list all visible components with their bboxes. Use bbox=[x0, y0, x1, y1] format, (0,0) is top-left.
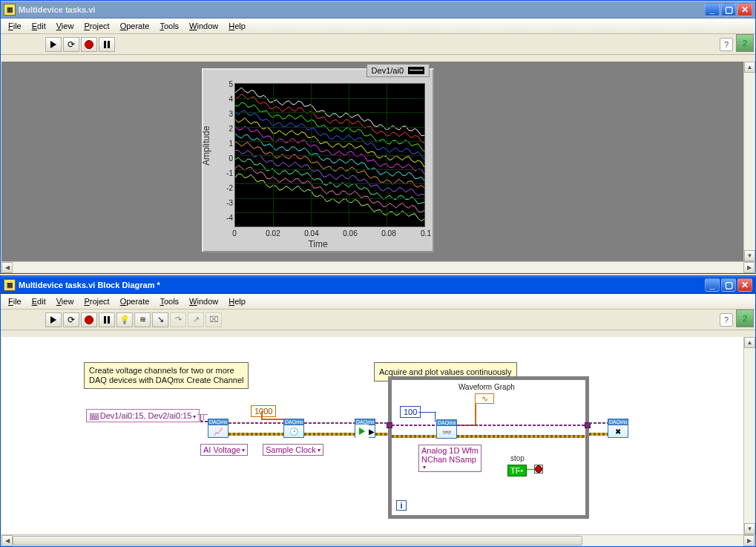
menu-help[interactable]: Help bbox=[224, 20, 250, 32]
bd-menu-project[interactable]: Project bbox=[79, 295, 114, 307]
wire bbox=[392, 435, 436, 438]
daqmx-start-task-node[interactable]: DAQmx ▶ bbox=[355, 419, 375, 438]
rate-constant[interactable]: 1000 bbox=[251, 405, 276, 417]
fp-maximize-button[interactable]: ▢ bbox=[721, 3, 736, 16]
front-panel-area[interactable]: Dev1/ai0 Amplitude Time 5 4 3 2 1 0 -1 -… bbox=[1, 62, 755, 261]
hscroll-thumb[interactable] bbox=[13, 536, 582, 546]
timing-icon: 🕑 bbox=[284, 425, 303, 437]
daqmx-timing-node[interactable]: DAQmx 🕑 bbox=[283, 419, 304, 438]
daqmx-read-node[interactable]: DAQmx 👓 bbox=[436, 419, 457, 439]
bd-maximize-button[interactable]: ▢ bbox=[721, 278, 736, 292]
menu-tools[interactable]: Tools bbox=[155, 20, 183, 32]
bd-run-button[interactable] bbox=[45, 312, 62, 327]
bd-close-button[interactable]: ✕ bbox=[737, 278, 752, 292]
vscroll-track[interactable] bbox=[744, 73, 755, 250]
loop-condition-terminal[interactable] bbox=[534, 465, 543, 474]
waveform-graph-terminal[interactable] bbox=[475, 393, 494, 404]
graph-plot-area[interactable] bbox=[234, 83, 425, 227]
scroll-down-icon[interactable]: ▼ bbox=[744, 250, 755, 261]
bd-vi-icon[interactable]: 2 bbox=[736, 309, 754, 327]
menu-file[interactable]: File bbox=[4, 20, 26, 32]
retain-wire-button[interactable]: ≋ bbox=[134, 312, 151, 327]
bd-menu-tools[interactable]: Tools bbox=[155, 295, 183, 307]
ytick: 5 bbox=[223, 80, 233, 88]
menu-project[interactable]: Project bbox=[79, 20, 114, 32]
iteration-terminal[interactable]: i bbox=[396, 500, 407, 511]
vscroll-track[interactable] bbox=[744, 348, 755, 523]
wire bbox=[527, 469, 534, 470]
graph-legend[interactable]: Dev1/ai0 bbox=[367, 64, 430, 77]
step-over-button[interactable]: ↷ bbox=[170, 312, 186, 327]
bd-menu-help[interactable]: Help bbox=[224, 295, 250, 307]
physical-channels-constant[interactable]: Dev1/ai0:15, Dev2/ai0:15▾ bbox=[86, 409, 200, 422]
timing-polymorphic-selector[interactable]: Sample Clock bbox=[263, 444, 323, 456]
daqmx-create-channel-node[interactable]: DAQmx 📈 bbox=[208, 419, 229, 438]
fp-close-button[interactable]: ✕ bbox=[737, 3, 752, 16]
abort-button[interactable] bbox=[81, 37, 97, 52]
vi-icon[interactable]: 2 bbox=[736, 34, 754, 52]
poly-label: NChan NSamp bbox=[421, 455, 476, 464]
scroll-up-icon[interactable]: ▲ bbox=[744, 337, 755, 348]
run-continuous-button[interactable]: ⟳ bbox=[63, 37, 79, 52]
scroll-right-icon[interactable]: ▶ bbox=[743, 262, 755, 273]
pause-button[interactable] bbox=[99, 37, 115, 52]
bd-pause-button[interactable] bbox=[99, 312, 115, 327]
menu-view[interactable]: View bbox=[52, 20, 79, 32]
wire bbox=[392, 425, 436, 426]
comment-create-channels[interactable]: Create voltage channels for two or more … bbox=[84, 362, 249, 389]
comment-line: Create voltage channels for two or more bbox=[89, 366, 243, 376]
ytick: 0 bbox=[223, 154, 233, 163]
run-button[interactable] bbox=[45, 37, 62, 52]
bd-menu-view[interactable]: View bbox=[52, 295, 79, 307]
step-into-button[interactable]: ↘ bbox=[152, 312, 168, 327]
xtick: 0.02 bbox=[266, 229, 280, 238]
fp-vscrollbar[interactable]: ▲ ▼ bbox=[743, 62, 755, 261]
xtick: 0.04 bbox=[304, 229, 318, 238]
scroll-left-icon[interactable]: ◀ bbox=[1, 535, 13, 546]
menu-window[interactable]: Window bbox=[185, 20, 223, 32]
stop-button-terminal[interactable]: TF bbox=[507, 465, 527, 476]
waveform-graph[interactable]: Dev1/ai0 Amplitude Time 5 4 3 2 1 0 -1 -… bbox=[202, 68, 434, 252]
highlight-exec-button[interactable] bbox=[116, 312, 133, 327]
bd-vscrollbar[interactable]: ▲ ▼ bbox=[743, 337, 755, 534]
scroll-down-icon[interactable]: ▼ bbox=[744, 523, 755, 534]
fp-minimize-button[interactable]: _ bbox=[705, 3, 720, 16]
scroll-right-icon[interactable]: ▶ bbox=[743, 535, 755, 546]
block-diagram-area[interactable]: Create voltage channels for two or more … bbox=[1, 337, 755, 534]
comment-line: DAQ devices with DAQmx Create Channel bbox=[89, 376, 243, 385]
bd-minimize-button[interactable]: _ bbox=[705, 278, 720, 292]
bd-abort-button[interactable] bbox=[81, 312, 97, 327]
bd-menu-window[interactable]: Window bbox=[185, 295, 223, 307]
read-polymorphic-selector[interactable]: Analog 1D Wfm NChan NSamp bbox=[418, 445, 481, 472]
bd-context-help-button[interactable]: ? bbox=[720, 313, 733, 327]
bd-titlebar[interactable]: ▦ Multidevice tasks.vi Block Diagram * _… bbox=[1, 276, 755, 294]
fp-hscrollbar[interactable]: ◀ ▶ bbox=[1, 261, 755, 272]
vi-icon-badge: 2 bbox=[743, 39, 747, 48]
cleanup-button[interactable]: ⌧ bbox=[206, 312, 222, 327]
bd-menu-operate[interactable]: Operate bbox=[116, 295, 154, 307]
bd-run-cont-button[interactable]: ⟳ bbox=[63, 312, 79, 327]
constant-value: 1000 bbox=[254, 407, 272, 416]
ytick: -3 bbox=[223, 199, 233, 207]
menu-operate[interactable]: Operate bbox=[116, 20, 154, 32]
scroll-up-icon[interactable]: ▲ bbox=[744, 62, 755, 73]
step-out-button[interactable]: ↗ bbox=[188, 312, 204, 327]
fp-menubar: File Edit View Project Operate Tools Win… bbox=[1, 19, 755, 34]
daqmx-clear-task-node[interactable]: DAQmx ✖ bbox=[608, 419, 628, 438]
scroll-left-icon[interactable]: ◀ bbox=[1, 262, 13, 273]
bd-menu-file[interactable]: File bbox=[4, 295, 26, 307]
comment-line: Acquire and plot values continuously bbox=[379, 367, 512, 376]
create-channel-polymorphic-selector[interactable]: AI Voltage bbox=[200, 444, 248, 456]
bd-menu-edit[interactable]: Edit bbox=[27, 295, 50, 307]
context-help-button[interactable]: ? bbox=[720, 38, 733, 51]
bd-hscrollbar[interactable]: ◀ ▶ bbox=[1, 534, 755, 546]
bd-title: Multidevice tasks.vi Block Diagram * bbox=[19, 281, 705, 289]
hscroll-track[interactable] bbox=[13, 535, 743, 546]
menu-edit[interactable]: Edit bbox=[27, 20, 50, 32]
wire bbox=[589, 422, 608, 424]
while-loop[interactable]: 100 DAQmx 👓 Analog 1D Wfm NChan NSamp Wa… bbox=[388, 376, 589, 519]
poly-label: Analog 1D Wfm bbox=[421, 446, 479, 455]
hscroll-track[interactable] bbox=[13, 262, 743, 272]
fp-titlebar[interactable]: ▦ Multidevice tasks.vi _ ▢ ✕ bbox=[1, 1, 755, 19]
node-header: DAQmx bbox=[437, 420, 456, 426]
